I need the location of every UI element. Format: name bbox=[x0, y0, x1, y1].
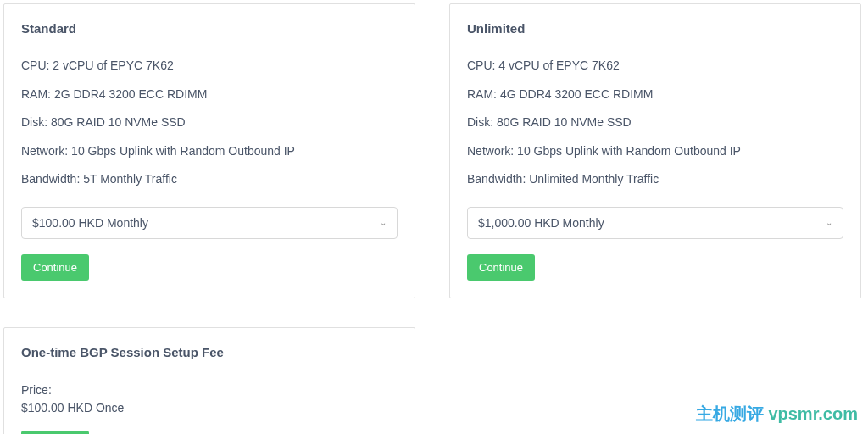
billing-select-wrapper: $1,000.00 HKD Monthly ⌄ bbox=[467, 207, 843, 239]
continue-button[interactable]: Continue bbox=[467, 254, 535, 281]
chevron-down-icon: ⌄ bbox=[380, 218, 387, 227]
addon-price-value: $100.00 HKD Once bbox=[21, 399, 398, 417]
billing-cycle-select[interactable]: $100.00 HKD Monthly ⌄ bbox=[21, 207, 398, 239]
billing-selected-value: $100.00 HKD Monthly bbox=[32, 216, 148, 230]
spec-disk: Disk: 80G RAID 10 NVMe SSD bbox=[21, 114, 398, 131]
billing-select-wrapper: $100.00 HKD Monthly ⌄ bbox=[21, 207, 398, 239]
spec-ram: RAM: 2G DDR4 3200 ECC RDIMM bbox=[21, 86, 398, 103]
spec-network: Network: 10 Gbps Uplink with Random Outb… bbox=[21, 143, 398, 160]
addon-price-block: Price: $100.00 HKD Once bbox=[21, 381, 398, 417]
plans-container: Standard CPU: 2 vCPU of EPYC 7K62 RAM: 2… bbox=[0, 0, 868, 434]
spec-disk: Disk: 80G RAID 10 NVMe SSD bbox=[467, 114, 843, 131]
chevron-down-icon: ⌄ bbox=[826, 218, 832, 227]
spec-cpu: CPU: 2 vCPU of EPYC 7K62 bbox=[21, 58, 398, 75]
spec-ram: RAM: 4G DDR4 3200 ECC RDIMM bbox=[467, 86, 843, 103]
plan-card-standard: Standard CPU: 2 vCPU of EPYC 7K62 RAM: 2… bbox=[3, 3, 415, 298]
addon-title: One-time BGP Session Setup Fee bbox=[21, 345, 398, 359]
plan-title: Unlimited bbox=[467, 21, 843, 36]
billing-selected-value: $1,000.00 HKD Monthly bbox=[478, 216, 604, 230]
plan-title: Standard bbox=[21, 21, 398, 36]
addon-card-bgp: One-time BGP Session Setup Fee Price: $1… bbox=[3, 327, 415, 434]
spec-network: Network: 10 Gbps Uplink with Random Outb… bbox=[467, 143, 843, 160]
spec-bandwidth: Bandwidth: Unlimited Monthly Traffic bbox=[467, 171, 843, 188]
billing-cycle-select[interactable]: $1,000.00 HKD Monthly ⌄ bbox=[467, 207, 843, 239]
plan-card-unlimited: Unlimited CPU: 4 vCPU of EPYC 7K62 RAM: … bbox=[449, 3, 861, 298]
continue-button[interactable]: Continue bbox=[21, 254, 89, 281]
addon-price-label: Price: bbox=[21, 381, 398, 399]
continue-button[interactable]: Continue bbox=[21, 431, 89, 434]
spec-cpu: CPU: 4 vCPU of EPYC 7K62 bbox=[467, 58, 843, 75]
spec-bandwidth: Bandwidth: 5T Monthly Traffic bbox=[21, 171, 398, 188]
